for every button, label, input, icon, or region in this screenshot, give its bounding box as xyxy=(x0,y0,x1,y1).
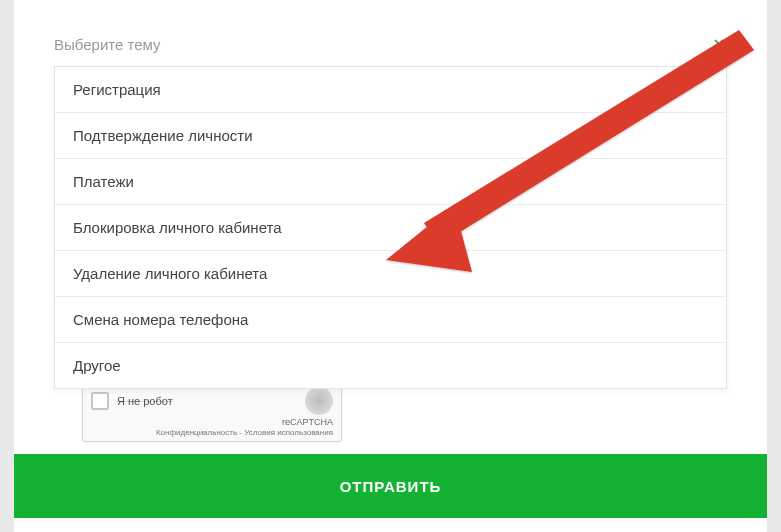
recaptcha-terms: Конфиденциальность - Условия использован… xyxy=(91,428,333,438)
dropdown-option[interactable]: Смена номера телефона xyxy=(55,297,726,343)
recaptcha-footer: reCAPTCHA Конфиденциальность - Условия и… xyxy=(91,417,333,437)
recaptcha-checkbox[interactable] xyxy=(91,392,109,410)
topic-select-placeholder: Выберите тему xyxy=(54,36,161,53)
dropdown-option[interactable]: Удаление личного кабинета xyxy=(55,251,726,297)
recaptcha-logo-icon xyxy=(305,387,333,415)
submit-button[interactable]: ОТПРАВИТЬ xyxy=(14,454,767,518)
recaptcha-label: Я не робот xyxy=(117,396,299,407)
recaptcha-widget[interactable]: Я не робот reCAPTCHA Конфиденциальность … xyxy=(82,380,342,442)
topic-dropdown: Регистрация Подтверждение личности Плате… xyxy=(54,66,727,389)
dropdown-option[interactable]: Блокировка личного кабинета xyxy=(55,205,726,251)
dropdown-option[interactable]: Подтверждение личности xyxy=(55,113,726,159)
dropdown-option[interactable]: Платежи xyxy=(55,159,726,205)
topic-select-wrap: Выберите тему Регистрация Подтверждение … xyxy=(14,0,767,389)
recaptcha-brand: reCAPTCHA xyxy=(91,417,333,428)
submit-label: ОТПРАВИТЬ xyxy=(340,478,442,495)
dropdown-option[interactable]: Другое xyxy=(55,343,726,388)
form-panel: Выберите тему Регистрация Подтверждение … xyxy=(14,0,767,532)
recaptcha-row: Я не робот xyxy=(91,387,333,415)
dropdown-option[interactable]: Регистрация xyxy=(55,67,726,113)
chevron-down-icon xyxy=(711,34,727,54)
topic-select-control[interactable]: Выберите тему xyxy=(54,34,727,54)
